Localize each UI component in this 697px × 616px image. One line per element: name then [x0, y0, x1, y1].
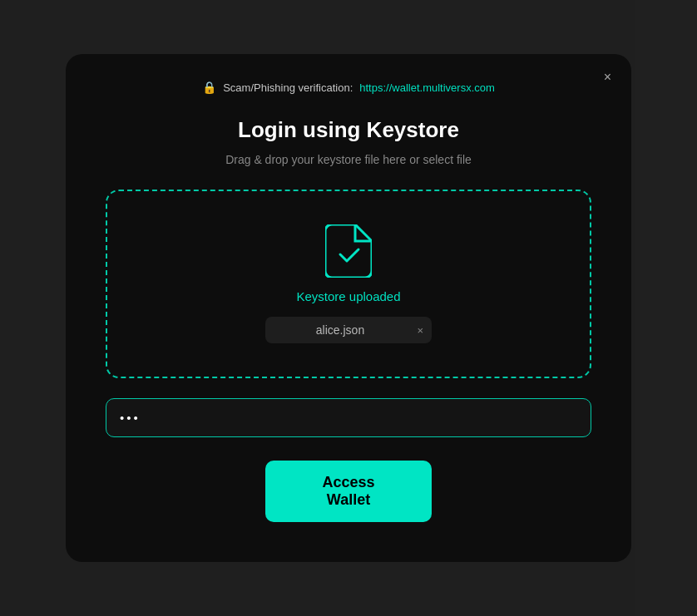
- modal-container: × 🔒 Scam/Phishing verification: https://…: [66, 54, 631, 562]
- access-wallet-button[interactable]: Access Wallet: [265, 461, 432, 522]
- shield-icon: 🔒: [202, 81, 216, 94]
- verification-bar: 🔒 Scam/Phishing verification: https://wa…: [202, 81, 495, 94]
- verification-prefix: Scam/Phishing verification:: [223, 81, 353, 94]
- keystore-status: Keystore uploaded: [296, 289, 400, 303]
- filename-chip: alice.json ×: [265, 317, 432, 343]
- filename-close-button[interactable]: ×: [417, 325, 423, 336]
- file-check-icon: [325, 224, 372, 278]
- modal-title: Login using Keystore: [238, 117, 459, 143]
- modal-overlay: × 🔒 Scam/Phishing verification: https://…: [0, 0, 697, 616]
- verification-link[interactable]: https://wallet.multiversx.com: [359, 81, 495, 94]
- filename-text: alice.json: [279, 323, 402, 337]
- password-input[interactable]: [106, 398, 591, 437]
- modal-subtitle: Drag & drop your keystore file here or s…: [225, 153, 472, 166]
- file-dropzone[interactable]: Keystore uploaded alice.json ×: [106, 190, 591, 378]
- close-button[interactable]: ×: [604, 71, 611, 84]
